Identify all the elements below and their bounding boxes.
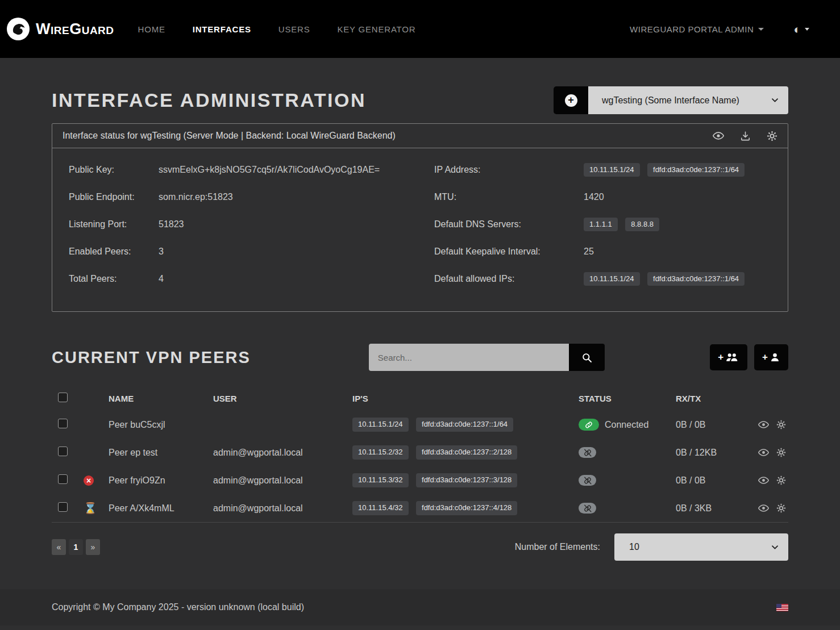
download-icon <box>740 131 751 141</box>
field-label: IP Address: <box>434 165 584 175</box>
peer-rxtx: 0B / 0B <box>676 475 752 486</box>
error-icon: × <box>84 475 94 486</box>
page-footer: Copyright © My Company 2025 - version un… <box>0 589 840 625</box>
peer-actions <box>752 475 788 486</box>
add-multiple-peers-button[interactable]: + <box>710 344 747 370</box>
wireguard-logo-icon <box>6 16 31 41</box>
nav-item-interfaces[interactable]: INTERFACES <box>193 24 251 34</box>
field-default-dns: Default DNS Servers: 1.1.1.1 8.8.8.8 <box>434 211 771 238</box>
eye-icon <box>758 503 769 514</box>
field-label: Enabled Peers: <box>69 247 159 257</box>
ip-badge: fdfd:d3ad:c0de:1237::1/64 <box>416 418 513 431</box>
top-navbar: WireGuard HOME INTERFACES USERS KEY GENE… <box>0 0 840 58</box>
table-row: × ⌛ Peer fryiO9Zn admin@wgportal.local 1… <box>52 466 788 494</box>
peer-add-buttons: + + <box>710 344 788 370</box>
search-icon <box>581 352 592 363</box>
peer-settings-button[interactable] <box>776 419 786 430</box>
field-label: Listening Port: <box>69 219 159 230</box>
row-checkbox[interactable] <box>58 419 68 428</box>
field-public-key: Public Key: ssvmEelxG+k8jsNO5G7cq5r/Ak7l… <box>69 156 420 183</box>
peer-status <box>579 475 676 486</box>
caret-down-icon <box>805 28 809 31</box>
peer-view-button[interactable] <box>758 419 769 430</box>
dns-badge: 8.8.8.8 <box>625 218 659 231</box>
field-label: Public Endpoint: <box>69 192 159 202</box>
user-menu-dropdown[interactable]: WIREGUARD PORTAL ADMIN <box>630 24 764 34</box>
download-config-button[interactable] <box>740 131 751 141</box>
peer-view-button[interactable] <box>758 475 769 486</box>
ip-badge: 10.11.15.1/24 <box>584 272 640 286</box>
interface-card-header: Interface status for wgTesting (Server M… <box>52 124 788 148</box>
add-interface-button[interactable]: + <box>554 86 588 114</box>
person-icon <box>770 352 780 362</box>
plus-icon: + <box>762 352 768 363</box>
peer-settings-button[interactable] <box>776 447 786 458</box>
column-header-user: USER <box>213 394 352 403</box>
table-header-row: NAME USER IP'S STATUS RX/TX <box>52 386 788 411</box>
peer-rxtx: 0B / 3KB <box>676 503 752 514</box>
peer-ips: 10.11.15.4/32 fdfd:d3ad:c0de:1237::4/128 <box>352 501 579 515</box>
eye-icon <box>758 419 769 430</box>
peer-user: admin@wgportal.local <box>213 448 352 458</box>
nav-item-users[interactable]: USERS <box>278 24 310 34</box>
interface-card-title: Interface status for wgTesting (Server M… <box>63 131 396 141</box>
badge-group: 1.1.1.1 8.8.8.8 <box>584 218 664 231</box>
interface-fields-left: Public Key: ssvmEelxG+k8jsNO5G7cq5r/Ak7l… <box>69 156 420 293</box>
ip-badge: fdfd:d3ad:c0de:1237::4/128 <box>416 501 517 515</box>
peer-ips: 10.11.15.2/32 fdfd:d3ad:c0de:1237::2/128 <box>352 445 579 459</box>
column-header-ips: IP'S <box>352 394 579 403</box>
theme-toggle-dropdown[interactable]: ◐ <box>793 23 809 35</box>
navbar-right: WIREGUARD PORTAL ADMIN ◐ <box>630 23 809 35</box>
field-label: Default allowed IPs: <box>434 274 584 284</box>
interface-settings-button[interactable] <box>767 131 777 141</box>
link-slash-icon <box>579 475 596 486</box>
nav-item-key-generator[interactable]: KEY GENERATOR <box>337 24 415 34</box>
add-peer-button[interactable]: + <box>754 344 788 370</box>
elements-per-page: Number of Elements: 10 <box>515 533 788 561</box>
interface-fields-right: IP Address: 10.11.15.1/24 fdfd:d3ad:c0de… <box>420 156 771 293</box>
plus-circle-icon: + <box>565 94 577 107</box>
select-all-checkbox[interactable] <box>58 393 68 402</box>
ip-badge: 10.11.15.4/32 <box>352 501 409 515</box>
brand-logo[interactable]: WireGuard <box>6 16 114 41</box>
peer-view-button[interactable] <box>758 503 769 514</box>
table-row: × ⌛ Peer ep test admin@wgportal.local 10… <box>52 439 788 466</box>
peer-settings-button[interactable] <box>776 503 786 514</box>
search-button[interactable] <box>569 344 605 371</box>
field-default-allowed-ips: Default allowed IPs: 10.11.15.1/24 fdfd:… <box>434 265 771 293</box>
row-checkbox[interactable] <box>58 474 68 484</box>
brand-name: WireGuard <box>36 20 114 38</box>
elements-select-value: 10 <box>629 542 639 552</box>
pagination-prev-button[interactable]: « <box>52 539 66 555</box>
pagination-next-button[interactable]: » <box>86 539 100 555</box>
peer-search-input[interactable] <box>369 344 569 371</box>
peer-view-button[interactable] <box>758 447 769 458</box>
row-checkbox[interactable] <box>58 502 68 512</box>
field-label: Public Key: <box>69 165 159 175</box>
row-checkbox[interactable] <box>58 447 68 456</box>
ip-badge: fdfd:d3ad:c0de:1237::1/64 <box>647 163 745 177</box>
interface-select-value: wgTesting (Some Interface Name) <box>602 95 739 106</box>
peer-name: Peer fryiO9Zn <box>109 475 213 486</box>
ip-badge: 10.11.15.3/32 <box>352 473 409 487</box>
field-value: som.nicr.ep:51823 <box>159 192 233 202</box>
peer-actions <box>752 503 788 514</box>
field-label: Default Keepalive Interval: <box>434 247 584 257</box>
hourglass-icon: ⌛ <box>84 503 97 514</box>
eye-icon <box>758 447 769 458</box>
ip-badge: fdfd:d3ad:c0de:1237::3/128 <box>416 473 517 487</box>
main-nav: HOME INTERFACES USERS KEY GENERATOR <box>138 24 416 34</box>
field-total-peers: Total Peers: 4 <box>69 265 420 293</box>
nav-item-home[interactable]: HOME <box>138 24 165 34</box>
people-icon <box>725 352 739 362</box>
interface-select[interactable]: wgTesting (Some Interface Name) <box>588 86 788 114</box>
peer-flag: × ⌛ <box>84 503 109 514</box>
badge-group: 10.11.15.1/24 fdfd:d3ad:c0de:1237::1/64 <box>584 272 750 286</box>
peer-settings-button[interactable] <box>776 475 786 486</box>
elements-select[interactable]: 10 <box>614 533 788 561</box>
copyright-text: Copyright © My Company 2025 - version un… <box>52 602 304 612</box>
us-flag-icon[interactable] <box>776 604 788 611</box>
pagination-page-1[interactable]: 1 <box>69 539 83 555</box>
view-config-button[interactable] <box>713 130 724 141</box>
badge-group: 10.11.15.1/24 fdfd:d3ad:c0de:1237::1/64 <box>584 163 750 177</box>
